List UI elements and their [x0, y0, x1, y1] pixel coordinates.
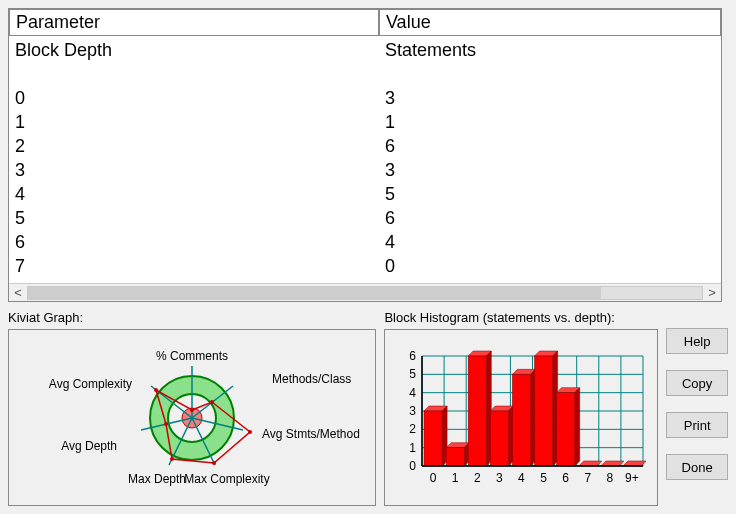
- svg-rect-57: [490, 411, 508, 466]
- svg-rect-49: [446, 447, 464, 465]
- scroll-right-icon[interactable]: >: [703, 285, 721, 300]
- svg-text:2: 2: [474, 471, 481, 485]
- value-column: Statements 3 1 6 3 5 6 4 0: [379, 36, 721, 274]
- table-row: 3: [15, 158, 373, 182]
- parameter-column: Block Depth 0 1 2 3 4 5 6 7: [9, 36, 379, 274]
- axis-avg-complexity: Avg Complexity: [49, 377, 132, 391]
- svg-text:5: 5: [540, 471, 547, 485]
- svg-text:4: 4: [518, 471, 525, 485]
- scroll-left-icon[interactable]: <: [9, 285, 27, 300]
- svg-marker-68: [575, 387, 580, 465]
- svg-text:6: 6: [409, 349, 416, 363]
- svg-rect-45: [424, 411, 442, 466]
- scroll-thumb[interactable]: [28, 287, 601, 299]
- svg-text:9+: 9+: [625, 471, 639, 485]
- table-row: 5: [385, 182, 715, 206]
- svg-text:1: 1: [409, 440, 416, 454]
- table-row: 3: [385, 158, 715, 182]
- table-row: 2: [15, 134, 373, 158]
- svg-text:0: 0: [430, 471, 437, 485]
- svg-text:6: 6: [562, 471, 569, 485]
- svg-rect-53: [468, 356, 486, 466]
- axis-max-depth: Max Depth: [128, 472, 186, 486]
- svg-point-13: [248, 430, 252, 434]
- axis-avg-depth: Avg Depth: [61, 439, 117, 453]
- axis-methods-class: Methods/Class: [272, 372, 351, 386]
- table-header-parameter[interactable]: Parameter: [9, 9, 379, 36]
- table-row: 0: [385, 254, 715, 274]
- value-label: Statements: [385, 38, 715, 62]
- kiviat-label: Kiviat Graph:: [8, 310, 376, 325]
- metrics-dialog: Parameter Value Block Depth 0 1 2 3 4 5 …: [0, 0, 736, 514]
- table-row: 1: [15, 110, 373, 134]
- vertical-scrollbar[interactable]: ᐱ ᐯ: [721, 9, 722, 302]
- svg-text:1: 1: [452, 471, 459, 485]
- svg-point-11: [190, 408, 194, 412]
- table-row: 6: [385, 206, 715, 230]
- table-row: 4: [15, 182, 373, 206]
- param-label: Block Depth: [15, 38, 373, 62]
- histogram-label: Block Histogram (statements vs. depth):: [384, 310, 658, 325]
- axis-max-complexity: Max Complexity: [185, 472, 270, 486]
- svg-text:8: 8: [606, 471, 613, 485]
- table-row: 1: [385, 110, 715, 134]
- table-row: 3: [385, 86, 715, 110]
- table-header-value[interactable]: Value: [379, 9, 721, 36]
- kiviat-panel: Kiviat Graph:: [8, 310, 376, 506]
- svg-rect-65: [534, 356, 552, 466]
- svg-text:2: 2: [409, 422, 416, 436]
- axis-avg-stmts-method: Avg Stmts/Method: [262, 427, 360, 441]
- svg-point-16: [164, 422, 168, 426]
- table-row: 0: [15, 86, 373, 110]
- svg-text:5: 5: [409, 367, 416, 381]
- svg-point-15: [170, 457, 174, 461]
- svg-text:4: 4: [409, 385, 416, 399]
- svg-point-17: [154, 388, 158, 392]
- print-button[interactable]: Print: [666, 412, 728, 438]
- svg-text:7: 7: [584, 471, 591, 485]
- copy-button[interactable]: Copy: [666, 370, 728, 396]
- done-button[interactable]: Done: [666, 454, 728, 480]
- table-row: 6: [385, 134, 715, 158]
- button-column: Help Copy Print Done: [666, 310, 728, 506]
- metrics-table: Parameter Value Block Depth 0 1 2 3 4 5 …: [8, 8, 722, 302]
- axis-pct-comments: % Comments: [156, 349, 228, 363]
- help-button[interactable]: Help: [666, 328, 728, 354]
- table-row: 5: [15, 206, 373, 230]
- svg-rect-69: [556, 392, 574, 465]
- svg-point-14: [212, 461, 216, 465]
- table-row: 7: [15, 254, 373, 274]
- svg-text:3: 3: [409, 404, 416, 418]
- kiviat-graph: % Comments Methods/Class Avg Stmts/Metho…: [8, 329, 376, 506]
- table-row: 6: [15, 230, 373, 254]
- histogram-panel: Block Histogram (statements vs. depth): …: [384, 310, 658, 506]
- svg-text:0: 0: [409, 459, 416, 473]
- table-row: 4: [385, 230, 715, 254]
- scroll-track[interactable]: [27, 286, 703, 300]
- horizontal-scrollbar[interactable]: < >: [9, 283, 721, 301]
- svg-point-12: [210, 400, 214, 404]
- histogram-chart: 01234560123456789+: [384, 329, 658, 506]
- svg-text:3: 3: [496, 471, 503, 485]
- svg-rect-61: [512, 374, 530, 466]
